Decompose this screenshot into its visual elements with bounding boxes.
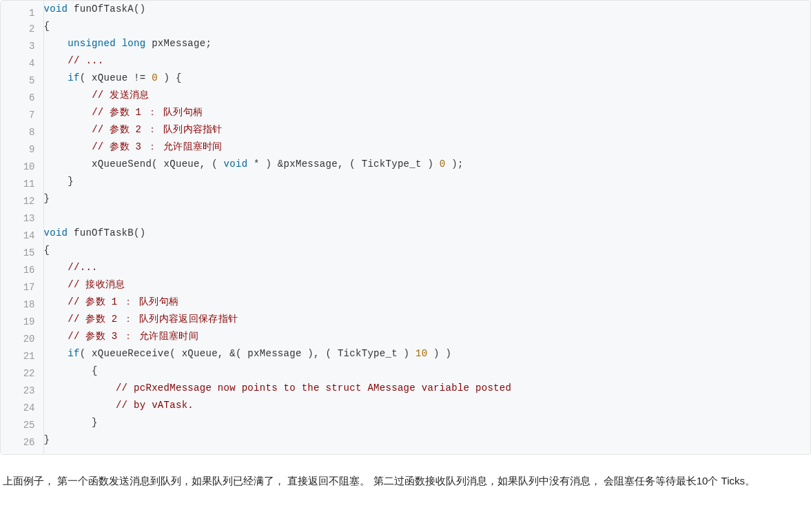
code-line: // 参数 3 ： 允许阻塞时间 [44,139,811,156]
line-number: 26 [1,434,43,454]
line-number: 4 [1,55,43,72]
line-number: 19 [1,314,43,331]
line-number: 21 [1,348,43,365]
code-line [44,207,811,225]
line-number: 24 [1,400,43,417]
code-line: { [44,362,811,380]
code-line: // 参数 2 ： 队列内容返回保存指针 [44,311,811,328]
line-number: 11 [1,176,43,193]
line-number: 7 [1,107,43,124]
code-line: unsigned long pxMessage; [44,35,811,52]
line-number: 6 [1,90,43,107]
line-number: 1 [1,1,43,21]
code-line: if( xQueue != 0 ) { [44,70,811,87]
line-number: 13 [1,210,43,227]
line-number: 23 [1,382,43,400]
code-line: // by vATask. [44,397,811,414]
code-line: } [44,173,811,190]
code-line: // pcRxedMessage now points to the struc… [44,380,811,397]
code-block: 1234567891011121314151617181920212223242… [0,0,811,455]
line-number: 12 [1,193,43,210]
code-line: void funOfTaskB() [44,225,811,242]
explanation-paragraph: 上面例子， 第一个函数发送消息到队列，如果队列已经满了， 直接返回不阻塞。 第二… [0,471,811,491]
line-number: 9 [1,141,43,158]
line-number: 20 [1,331,43,348]
code-line: } [44,414,811,431]
code-line: // 参数 1 ： 队列句柄 [44,104,811,121]
line-number: 5 [1,72,43,90]
line-number: 22 [1,365,43,382]
code-line: // 参数 1 ： 队列句柄 [44,294,811,311]
code-line: //... [44,259,811,276]
code-line: if( xQueueReceive( xQueue, &( pxMessage … [44,345,811,362]
code-line: // 发送消息 [44,87,811,104]
code-line: // 接收消息 [44,276,811,294]
code-line: { [44,242,811,259]
line-number: 16 [1,262,43,279]
code-line: // 参数 2 ： 队列内容指针 [44,121,811,139]
code-line: void funOfTaskA() [44,1,811,18]
code-line: } [44,190,811,207]
code-line: // ... [44,52,811,70]
line-number: 25 [1,417,43,434]
line-number: 3 [1,38,43,55]
line-number: 18 [1,296,43,314]
code-line: xQueueSend( xQueue, ( void * ) &pxMessag… [44,156,811,173]
line-number: 8 [1,124,43,141]
code-content[interactable]: void funOfTaskA(){ unsigned long pxMessa… [43,1,810,454]
line-number: 17 [1,279,43,296]
line-number: 2 [1,21,43,38]
line-number: 15 [1,245,43,262]
line-number: 10 [1,158,43,176]
code-line: } [44,431,811,449]
line-number-gutter: 1234567891011121314151617181920212223242… [1,1,43,454]
line-number: 14 [1,227,43,245]
code-line: // 参数 3 ： 允许阻塞时间 [44,328,811,345]
code-line: { [44,18,811,35]
